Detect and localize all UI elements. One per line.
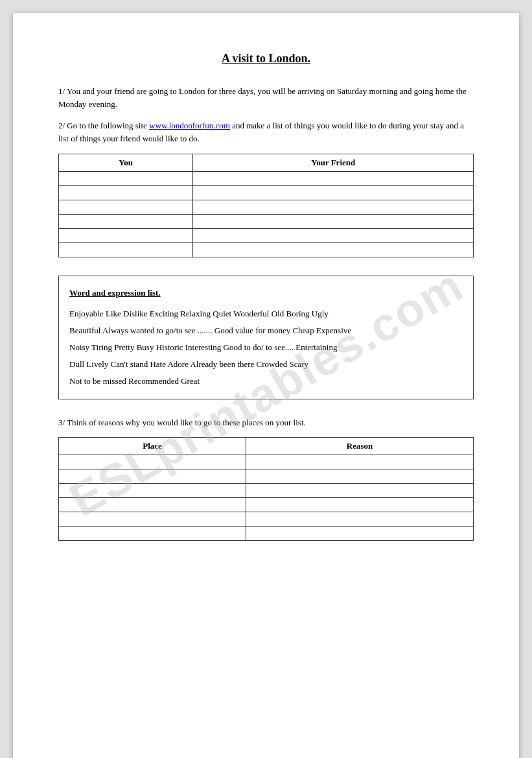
table-row [59, 483, 474, 497]
word-box-title: Word and expression list. [69, 285, 463, 302]
table-row [59, 200, 474, 215]
place-cell[interactable] [59, 483, 246, 497]
word-line-5: Not to be missed Recommended Great [69, 373, 463, 390]
friend-cell[interactable] [193, 215, 474, 229]
place-cell[interactable] [59, 469, 246, 483]
col2-header: Your Friend [193, 154, 474, 172]
col1-header: You [59, 154, 193, 172]
place-cell[interactable] [59, 455, 246, 469]
instruction-1: 1/ You and your friend are going to Lond… [58, 85, 474, 110]
table-row [59, 512, 474, 526]
reason-cell[interactable] [246, 526, 473, 540]
friend-cell[interactable] [193, 172, 474, 186]
word-line-3: Noisy Tiring Pretty Busy Historic Intere… [69, 339, 463, 356]
you-cell[interactable] [59, 215, 193, 229]
you-cell[interactable] [59, 200, 193, 215]
table-row [59, 469, 474, 483]
reason-col-header: Reason [246, 437, 473, 455]
friend-cell[interactable] [193, 243, 474, 257]
table-row [59, 186, 474, 200]
reason-cell[interactable] [246, 455, 473, 469]
word-box-content: Enjoyable Like Dislike Exciting Relaxing… [69, 305, 463, 390]
reason-cell[interactable] [246, 497, 473, 512]
friend-cell[interactable] [193, 200, 474, 215]
instruction-2-prefix: 2/ Go to the following site [58, 121, 149, 130]
friend-cell[interactable] [193, 186, 474, 200]
places-table: Place Reason [58, 437, 474, 541]
word-expression-box: Word and expression list. Enjoyable Like… [58, 276, 474, 399]
reason-cell[interactable] [246, 483, 473, 497]
word-line-1: Enjoyable Like Dislike Exciting Relaxing… [69, 305, 463, 322]
activities-table: You Your Friend [58, 154, 474, 257]
you-cell[interactable] [59, 243, 193, 257]
place-cell[interactable] [59, 497, 246, 512]
table-row [59, 243, 474, 257]
reason-cell[interactable] [246, 469, 473, 483]
table-row [59, 172, 474, 186]
table-row [59, 497, 474, 512]
table-row [59, 526, 474, 540]
word-line-4: Dull Lively Can't stand Hate Adore Alrea… [69, 356, 463, 373]
instruction-2: 2/ Go to the following site www.londonfo… [58, 119, 474, 145]
friend-cell[interactable] [193, 229, 474, 243]
place-cell[interactable] [59, 512, 246, 526]
table-row [59, 229, 474, 243]
table-row [59, 455, 474, 469]
table-row [59, 215, 474, 229]
reason-cell[interactable] [246, 512, 473, 526]
page-title: A visit to London. [58, 52, 474, 65]
place-cell[interactable] [59, 526, 246, 540]
page: ESLprintables.com A visit to London. 1/ … [13, 13, 519, 758]
instruction-3: 3/ Think of reasons why you would like t… [58, 418, 474, 428]
you-cell[interactable] [59, 229, 193, 243]
word-line-2: Beautiful Always wanted to go/to see ...… [69, 322, 463, 339]
website-link[interactable]: www.londonforfun.com [149, 121, 230, 130]
place-col-header: Place [59, 437, 246, 455]
you-cell[interactable] [59, 172, 193, 186]
you-cell[interactable] [59, 186, 193, 200]
